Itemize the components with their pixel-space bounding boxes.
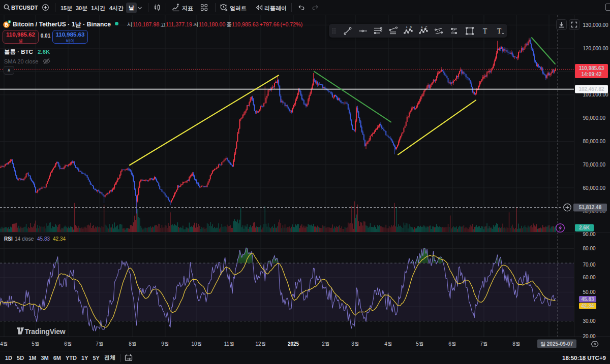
svg-text:2025: 2025 xyxy=(288,341,299,347)
svg-text:C: C xyxy=(425,25,428,28)
svg-text:A: A xyxy=(421,25,423,28)
svg-text:50.00: 50.00 xyxy=(583,289,596,295)
svg-text:20.00: 20.00 xyxy=(583,334,596,339)
svg-text:4월: 4월 xyxy=(384,341,392,347)
svg-text:T: T xyxy=(483,27,487,35)
svg-text:6월: 6월 xyxy=(448,341,456,347)
svg-text:T: T xyxy=(497,27,502,35)
svg-text:2월: 2월 xyxy=(322,341,330,347)
svg-text:5월: 5월 xyxy=(32,341,40,347)
svg-text:42.34: 42.34 xyxy=(581,303,594,309)
svg-text:45.83: 45.83 xyxy=(37,236,50,242)
svg-text:5: 5 xyxy=(410,25,412,28)
svg-text:14:09:42: 14:09:42 xyxy=(581,72,601,77)
svg-text:51,812.48: 51,812.48 xyxy=(579,205,602,210)
svg-text:5월: 5월 xyxy=(416,341,424,347)
svg-text:7월: 7월 xyxy=(96,341,104,347)
svg-text:6월: 6월 xyxy=(64,341,72,347)
svg-text:80.00: 80.00 xyxy=(583,246,596,251)
svg-text:12월: 12월 xyxy=(255,341,266,347)
svg-text:₮: ₮ xyxy=(9,20,11,23)
svg-text:42.34: 42.34 xyxy=(53,236,66,242)
svg-text:일 2025-09-07: 일 2025-09-07 xyxy=(540,341,573,347)
svg-text:8월: 8월 xyxy=(512,341,521,347)
svg-text:70.00: 70.00 xyxy=(583,262,596,268)
svg-text:RSI: RSI xyxy=(4,236,13,242)
svg-text:60,000.00: 60,000.00 xyxy=(583,185,606,191)
svg-text:3월: 3월 xyxy=(351,341,359,347)
svg-text:1: 1 xyxy=(406,25,408,28)
svg-text:7월: 7월 xyxy=(480,341,488,347)
svg-text:30.00: 30.00 xyxy=(583,318,596,324)
svg-text:90,000.00: 90,000.00 xyxy=(583,115,606,121)
svg-text:2.6K: 2.6K xyxy=(579,225,590,230)
svg-text:110,985.63: 110,985.63 xyxy=(579,65,604,71)
svg-text:130,000.00: 130,000.00 xyxy=(583,22,608,28)
svg-text:45.83: 45.83 xyxy=(581,296,594,302)
svg-text:90.00: 90.00 xyxy=(583,231,596,237)
svg-text:8월: 8월 xyxy=(129,341,137,347)
svg-text:80,000.00: 80,000.00 xyxy=(583,139,606,144)
svg-text:102,457.82: 102,457.82 xyxy=(578,86,604,92)
svg-text:10월: 10월 xyxy=(191,341,202,347)
svg-text:11월: 11월 xyxy=(224,341,234,347)
svg-text:120,000.00: 120,000.00 xyxy=(583,46,608,51)
svg-text:9월: 9월 xyxy=(161,341,169,347)
svg-text:4월: 4월 xyxy=(0,341,8,347)
svg-text:14 close: 14 close xyxy=(15,236,34,242)
svg-text:60.00: 60.00 xyxy=(583,275,596,280)
svg-text:70,000.00: 70,000.00 xyxy=(583,162,606,168)
svg-text:TradingView: TradingView xyxy=(25,327,66,336)
